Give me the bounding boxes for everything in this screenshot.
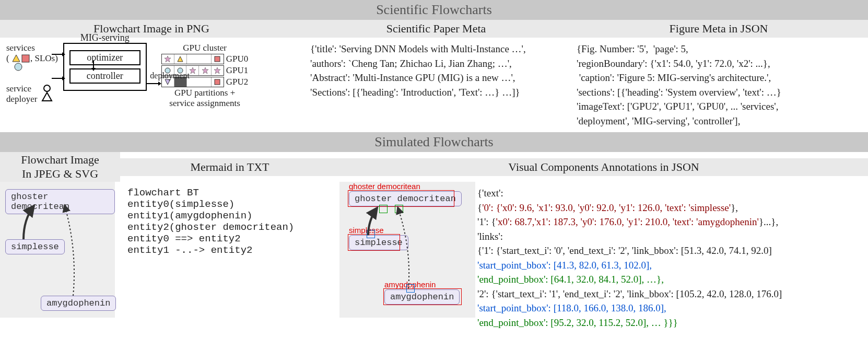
arrow-icon bbox=[90, 61, 97, 71]
json-line: 'start_point_bbox': [41.3, 82.0, 61.3, 1… bbox=[477, 258, 866, 273]
gpu0-bar bbox=[161, 54, 224, 64]
banner-simulated: Simulated Flowcharts bbox=[0, 132, 868, 152]
flowchart-png: services ( , SLOs) bbox=[0, 38, 303, 114]
mig-title: MIG-serving bbox=[80, 32, 130, 43]
svg-marker-5 bbox=[62, 52, 65, 56]
gpu0-label: GPU0 bbox=[226, 54, 249, 64]
controller-box: controller bbox=[69, 68, 140, 84]
mig-serving-box: MIG-serving optimizer controller bbox=[63, 43, 147, 91]
banner-scientific: Scientific Flowcharts bbox=[0, 0, 868, 20]
paper-meta-body: {'title': 'Serving DNN Models with Multi… bbox=[303, 38, 569, 103]
svg-marker-18 bbox=[202, 67, 208, 74]
mermaid-text: flowchart BT entity0(simplesse) entity1(… bbox=[120, 182, 339, 261]
optimizer-box: optimizer bbox=[69, 50, 140, 65]
json-line: 'end_point_bbox': [95.2, 32.0, 115.2, 52… bbox=[477, 316, 866, 330]
services-label: services bbox=[6, 43, 58, 53]
visual-json-body: {'text': {'0': {'x0': 9.6, 'x1': 93.0, '… bbox=[475, 182, 868, 334]
annotated-flowchart: ghoster democritean ghoster democritean … bbox=[339, 182, 475, 318]
json-line: {'1': {'start_text_i': '0', 'end_text_i'… bbox=[477, 243, 866, 258]
svg-point-2 bbox=[15, 63, 22, 71]
arrow-dotted-icon bbox=[63, 204, 84, 298]
json-line: {'0': {'x0': 9.6, 'x1': 93.0, 'y0': 92.0… bbox=[477, 201, 866, 215]
arrow-icon bbox=[52, 75, 65, 81]
circle-icon bbox=[14, 62, 23, 72]
svg-marker-19 bbox=[214, 67, 220, 74]
col-header-paper-meta: Scientific Paper Meta bbox=[303, 20, 569, 38]
sim-header-row: Flowchart Image In JPEG & SVG Mermaid in… bbox=[0, 152, 868, 182]
arrow-icon bbox=[146, 80, 161, 87]
star-icon bbox=[165, 56, 171, 62]
gpu-footer: GPU partitions + service assignments bbox=[169, 88, 240, 109]
scientific-section: Flowchart Image in PNG services ( , SLOs… bbox=[0, 20, 868, 132]
red-bbox-icon bbox=[383, 288, 462, 305]
node-simplesse: simplesse bbox=[5, 239, 65, 254]
service-deployer-label: service deployer bbox=[6, 84, 37, 104]
arrow-thick-icon bbox=[21, 204, 42, 240]
deployment-label: deployment bbox=[150, 71, 190, 80]
gpu-cluster-label: GPU cluster bbox=[183, 43, 227, 53]
json-line: {'text': bbox=[477, 186, 866, 201]
ann-label-ghoster: ghoster democritean bbox=[349, 182, 420, 191]
person-icon bbox=[40, 84, 54, 104]
json-line: '2': {'start_text_i': '1', 'end_text_i':… bbox=[477, 287, 866, 301]
arrow-icon bbox=[52, 51, 65, 57]
json-line: '1': {'x0': 68.7,'x1': 187.3, 'y0': 176.… bbox=[477, 215, 866, 229]
svg-marker-13 bbox=[178, 56, 183, 62]
col-header-mermaid: Mermaid in TXT bbox=[120, 158, 339, 176]
triangle-icon bbox=[177, 56, 183, 62]
star-icon bbox=[202, 67, 208, 74]
svg-marker-7 bbox=[62, 76, 65, 80]
svg-marker-11 bbox=[158, 81, 161, 86]
svg-marker-17 bbox=[190, 67, 196, 74]
svg-rect-21 bbox=[215, 79, 220, 85]
json-line: 'end_point_bbox': [64.1, 32.0, 84.1, 52.… bbox=[477, 272, 866, 287]
square-icon bbox=[214, 56, 220, 62]
arrow-thick-icon bbox=[366, 207, 381, 236]
gpu1-label: GPU1 bbox=[226, 65, 249, 76]
col-header-figure-meta: Figure Meta in JSON bbox=[569, 20, 868, 38]
star-icon bbox=[214, 67, 220, 74]
json-line: 'links': bbox=[477, 229, 866, 244]
svg-rect-1 bbox=[22, 55, 29, 62]
square-icon bbox=[214, 79, 220, 85]
star-icon bbox=[190, 67, 196, 74]
col-header-jpeg-svg: Flowchart Image In JPEG & SVG bbox=[0, 152, 120, 182]
arrow-dotted-icon bbox=[396, 207, 417, 290]
flowchart-jpeg-svg: ghoster democritean simplesse amygdophen… bbox=[0, 182, 115, 318]
svg-marker-9 bbox=[91, 68, 96, 71]
svg-marker-0 bbox=[13, 55, 20, 62]
sim-body-row: ghoster democritean simplesse amygdophen… bbox=[0, 182, 868, 334]
node-amygdophenin: amygdophenin bbox=[41, 296, 116, 311]
col-header-png: Flowchart Image in PNG bbox=[0, 20, 303, 38]
svg-rect-14 bbox=[215, 56, 220, 62]
gpu2-label: GPU2 bbox=[226, 77, 249, 87]
figure-meta-body: {Fig. Number: '5', 'page': 5, 'regionBou… bbox=[569, 38, 868, 132]
svg-point-3 bbox=[44, 85, 50, 91]
col-header-visual-json: Visual Components Annotations in JSON bbox=[339, 158, 868, 176]
json-line: 'start_point_bbox': [118.0, 166.0, 138.0… bbox=[477, 301, 866, 316]
svg-marker-12 bbox=[165, 56, 171, 62]
